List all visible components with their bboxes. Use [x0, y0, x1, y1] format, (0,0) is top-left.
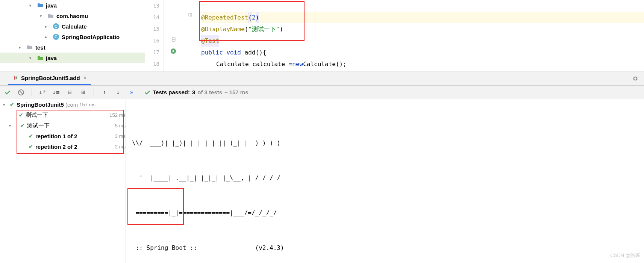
run-config-icon [13, 75, 19, 81]
tree-label: test [35, 44, 45, 51]
check-icon: ✔ [19, 112, 23, 118]
test-tree: ▾ ✔ SpringBootJunit5 (com 157 ms ✔ 测试一下 … [0, 99, 126, 263]
chevron-down-icon: ▾ [9, 124, 14, 128]
check-icon: ✔ [20, 122, 25, 128]
tree-label: Calculate [62, 23, 87, 30]
close-icon[interactable]: × [84, 75, 86, 80]
folder-icon [37, 2, 44, 9]
chevron-right-icon: ▸ [45, 24, 51, 29]
test-item[interactable]: ✔ repetition 1 of 2 3 ms [0, 131, 126, 141]
disabled-icon[interactable] [17, 88, 26, 97]
chevron-down-icon: ▾ [29, 56, 35, 60]
tab-bar: SpringBootJunit5.add × [0, 71, 644, 86]
check-icon [144, 89, 150, 95]
folder-icon [26, 44, 33, 51]
check-icon: ✔ [29, 144, 33, 150]
class-icon: C [53, 33, 59, 40]
check-icon[interactable] [3, 88, 12, 97]
gear-icon[interactable] [632, 76, 638, 82]
chevron-down-icon: ▾ [19, 45, 25, 50]
watermark: CSDN @皓幕 [610, 249, 640, 261]
tree-item-class[interactable]: ▸ C SpringBootApplicatio [0, 32, 145, 42]
highlight-box [127, 188, 184, 225]
expand-icon[interactable]: ⊞ [79, 88, 88, 97]
editor[interactable]: 13 14 15 16 17 18 [145, 0, 644, 71]
test-item[interactable]: ✔ repetition 2 of 2 2 ms [0, 141, 126, 152]
tree-item-java-test[interactable]: ▾ java [0, 53, 145, 63]
sort-icon[interactable]: ↓ᵃ [38, 88, 47, 97]
run-icon[interactable] [170, 48, 176, 54]
test-item[interactable]: ✔ 测试一下 152 ms [0, 110, 126, 120]
package-icon [47, 12, 54, 19]
test-item[interactable]: ▾ ✔ 测试一下 5 ms [0, 120, 126, 131]
down-icon[interactable]: ↓ [114, 88, 123, 97]
console-output[interactable]: \\/ ___)| |_)| | | | | || (_| | ) ) ) ) … [126, 99, 644, 263]
line-numbers: 13 14 15 16 17 18 [145, 0, 164, 71]
collapse-icon[interactable] [188, 13, 192, 17]
tree-label: java [46, 55, 57, 61]
tree-label: java [46, 2, 57, 9]
tree-label: SpringBootApplicatio [62, 34, 120, 40]
check-icon: ✔ [10, 101, 14, 107]
expand-icon[interactable] [171, 37, 176, 42]
gutter-icons [164, 0, 194, 71]
annotation: @RepeatedTest [201, 12, 248, 23]
tab-label: SpringBootJunit5.add [21, 75, 80, 81]
tree-item-test[interactable]: ▾ test [0, 42, 145, 53]
class-icon: C [53, 23, 59, 30]
annotation: @Test [201, 35, 219, 47]
collapse-icon[interactable]: ⊟ [65, 88, 74, 97]
chevron-right-icon: ▸ [45, 35, 51, 39]
up-icon[interactable]: ↑ [100, 88, 109, 97]
code-area[interactable]: @RepeatedTest(2) @DisplayName("测试一下") @T… [194, 0, 644, 71]
more-icon[interactable]: » [127, 88, 136, 97]
tab-run-config[interactable]: SpringBootJunit5.add × [8, 71, 91, 85]
filter-icon[interactable]: ↓≡ [52, 88, 61, 97]
tree-item-class[interactable]: ▸ C Calculate [0, 21, 145, 32]
check-icon: ✔ [29, 133, 33, 139]
chevron-down-icon: ▾ [29, 3, 35, 8]
chevron-down-icon: ▾ [3, 103, 8, 107]
test-root[interactable]: ▾ ✔ SpringBootJunit5 (com 157 ms [0, 99, 126, 110]
test-status: Tests passed: 3 of 3 tests – 157 ms [144, 89, 249, 95]
tree-item-java[interactable]: ▾ java [0, 0, 145, 11]
tree-item-package[interactable]: ▾ com.haomu [0, 11, 145, 21]
annotation: @DisplayName [201, 23, 245, 35]
chevron-down-icon: ▾ [40, 14, 46, 18]
tree-label: com.haomu [56, 13, 88, 19]
toolbar: ↓ᵃ ↓≡ ⊟ ⊞ ↑ ↓ » Tests passed: 3 of 3 tes… [0, 86, 644, 99]
project-tree: ▾ java ▾ com.haomu ▸ C Calculate ▸ C [0, 0, 145, 71]
folder-icon [37, 54, 44, 61]
